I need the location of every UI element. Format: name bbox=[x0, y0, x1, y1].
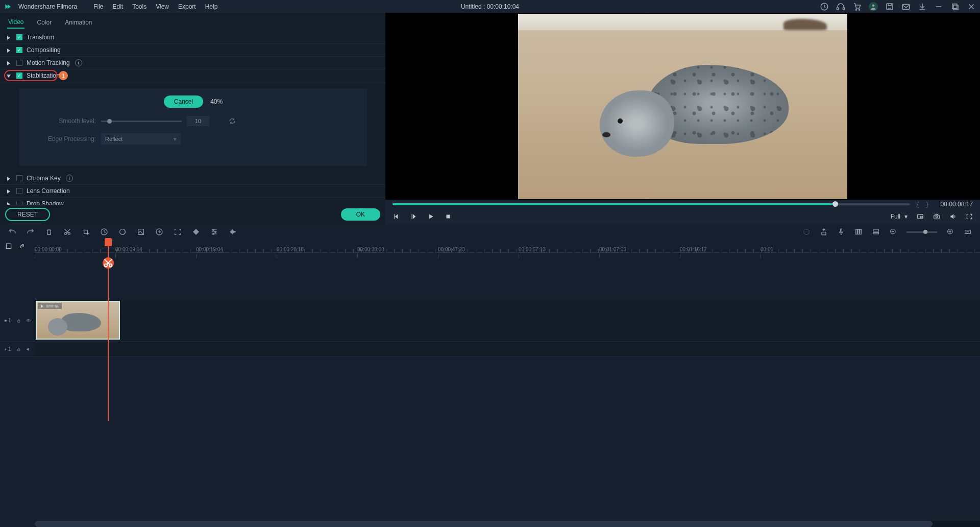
crop-icon[interactable] bbox=[82, 228, 90, 236]
lock-icon[interactable] bbox=[16, 346, 21, 352]
slider-thumb-icon[interactable] bbox=[107, 119, 112, 124]
eye-icon[interactable] bbox=[26, 318, 31, 324]
caret-right-icon[interactable] bbox=[6, 35, 11, 40]
window-minimize-icon[interactable] bbox=[934, 2, 943, 11]
headset-icon[interactable] bbox=[836, 2, 845, 11]
keyframe-icon[interactable] bbox=[192, 228, 200, 236]
save-icon[interactable] bbox=[885, 2, 894, 11]
fullscreen-icon[interactable] bbox=[966, 213, 973, 220]
volume-icon[interactable] bbox=[949, 213, 957, 220]
caret-right-icon[interactable] bbox=[6, 47, 11, 53]
help-icon[interactable]: i bbox=[66, 175, 73, 182]
lock-icon[interactable] bbox=[16, 318, 21, 324]
link-icon[interactable] bbox=[18, 243, 26, 250]
render-icon[interactable] bbox=[802, 228, 811, 236]
upgrade-icon[interactable] bbox=[820, 2, 829, 11]
menu-edit[interactable]: Edit bbox=[113, 3, 124, 10]
refresh-icon[interactable] bbox=[229, 117, 236, 125]
checkbox-chroma-key[interactable] bbox=[16, 175, 22, 181]
zoom-out-icon[interactable] bbox=[889, 228, 897, 236]
color-icon[interactable] bbox=[118, 228, 127, 236]
redo-icon[interactable] bbox=[27, 228, 35, 236]
prop-drop-shadow[interactable]: Drop Shadow bbox=[0, 198, 385, 205]
checkbox-compositing[interactable] bbox=[16, 47, 22, 53]
prop-lens-correction[interactable]: Lens Correction bbox=[0, 185, 385, 198]
caret-right-icon[interactable] bbox=[6, 201, 11, 205]
stop-icon[interactable] bbox=[445, 213, 452, 220]
reset-button[interactable]: RESET bbox=[5, 208, 50, 221]
resolution-select[interactable]: Full▾ bbox=[891, 213, 908, 220]
prop-compositing[interactable]: Compositing bbox=[0, 44, 385, 57]
window-close-icon[interactable] bbox=[967, 2, 976, 11]
checkbox-transform[interactable] bbox=[16, 34, 22, 40]
menu-tools[interactable]: Tools bbox=[132, 3, 146, 10]
marker-icon[interactable] bbox=[820, 228, 828, 236]
snapshot-icon[interactable] bbox=[933, 213, 940, 220]
pip-icon[interactable] bbox=[917, 213, 924, 220]
play-icon[interactable] bbox=[427, 213, 434, 220]
caret-down-icon[interactable] bbox=[6, 73, 11, 78]
audio-icon[interactable] bbox=[229, 228, 237, 236]
prev-frame-icon[interactable] bbox=[393, 213, 400, 220]
caret-right-icon[interactable] bbox=[6, 60, 11, 65]
checkbox-drop-shadow[interactable] bbox=[16, 201, 22, 205]
window-maximize-icon[interactable] bbox=[950, 2, 960, 11]
prop-chroma-key[interactable]: Chroma Key i bbox=[0, 172, 385, 185]
tracks-icon[interactable] bbox=[872, 228, 880, 236]
caret-right-icon[interactable] bbox=[6, 176, 11, 181]
timeline-ruler[interactable]: 00:00:00:00 00:00:09:14 00:00:19:04 00:0… bbox=[35, 239, 980, 253]
zoom-thumb-icon[interactable] bbox=[923, 230, 927, 234]
freeze-icon[interactable] bbox=[155, 228, 163, 236]
adjust-icon[interactable] bbox=[210, 228, 218, 236]
user-icon[interactable] bbox=[869, 2, 878, 11]
mark-in-icon[interactable]: { bbox=[917, 201, 919, 208]
speed-icon[interactable] bbox=[100, 228, 108, 236]
zoom-fit-icon[interactable] bbox=[964, 228, 972, 236]
menu-view[interactable]: View bbox=[156, 3, 169, 10]
timeline-menu-icon[interactable] bbox=[5, 243, 12, 250]
undo-icon[interactable] bbox=[8, 228, 16, 236]
scrub-track[interactable] bbox=[393, 203, 910, 205]
audio-track-body[interactable] bbox=[35, 342, 980, 356]
step-back-icon[interactable] bbox=[410, 213, 417, 220]
cart-icon[interactable] bbox=[852, 2, 862, 11]
checkbox-stabilization[interactable] bbox=[16, 73, 22, 79]
tab-video[interactable]: Video bbox=[7, 16, 24, 29]
prop-transform[interactable]: Transform bbox=[0, 31, 385, 44]
mail-icon[interactable] bbox=[901, 2, 911, 11]
zoom-in-icon[interactable] bbox=[946, 228, 954, 236]
voiceover-icon[interactable] bbox=[837, 228, 845, 236]
checkbox-motion-tracking[interactable] bbox=[16, 60, 22, 66]
menu-help[interactable]: Help bbox=[205, 3, 218, 10]
mixer-icon[interactable] bbox=[854, 228, 863, 236]
zoom-slider[interactable] bbox=[906, 231, 937, 233]
playhead-handle-icon[interactable] bbox=[105, 238, 112, 246]
smooth-level-slider[interactable] bbox=[101, 121, 182, 122]
mark-out-icon[interactable]: } bbox=[926, 201, 928, 208]
scrollbar-thumb[interactable] bbox=[35, 521, 933, 527]
prop-motion-tracking[interactable]: Motion Tracking i bbox=[0, 57, 385, 69]
ok-button[interactable]: OK bbox=[341, 208, 380, 221]
video-track-body[interactable]: animal bbox=[35, 300, 980, 341]
playhead-split-icon[interactable] bbox=[103, 257, 114, 269]
scrub-thumb-icon[interactable] bbox=[832, 201, 838, 207]
edge-processing-select[interactable]: Reflect bbox=[101, 133, 181, 145]
cut-icon[interactable] bbox=[63, 228, 71, 236]
tab-animation[interactable]: Animation bbox=[64, 17, 93, 28]
caret-right-icon[interactable] bbox=[6, 188, 11, 194]
tab-color[interactable]: Color bbox=[36, 17, 53, 28]
smooth-level-value[interactable]: 10 bbox=[187, 116, 209, 126]
preview-viewport[interactable] bbox=[385, 13, 980, 200]
cancel-button[interactable]: Cancel bbox=[164, 95, 203, 108]
green-screen-icon[interactable] bbox=[137, 228, 145, 236]
timeline-scrollbar[interactable] bbox=[35, 521, 980, 527]
delete-icon[interactable] bbox=[45, 228, 53, 236]
help-icon[interactable]: i bbox=[75, 59, 82, 66]
prop-stabilization[interactable]: Stabilization 1 bbox=[0, 69, 385, 82]
playhead[interactable] bbox=[108, 242, 109, 421]
download-icon[interactable] bbox=[918, 2, 927, 11]
menu-export[interactable]: Export bbox=[178, 3, 196, 10]
detect-icon[interactable] bbox=[174, 228, 182, 236]
menu-file[interactable]: File bbox=[93, 3, 103, 10]
checkbox-lens-correction[interactable] bbox=[16, 188, 22, 194]
